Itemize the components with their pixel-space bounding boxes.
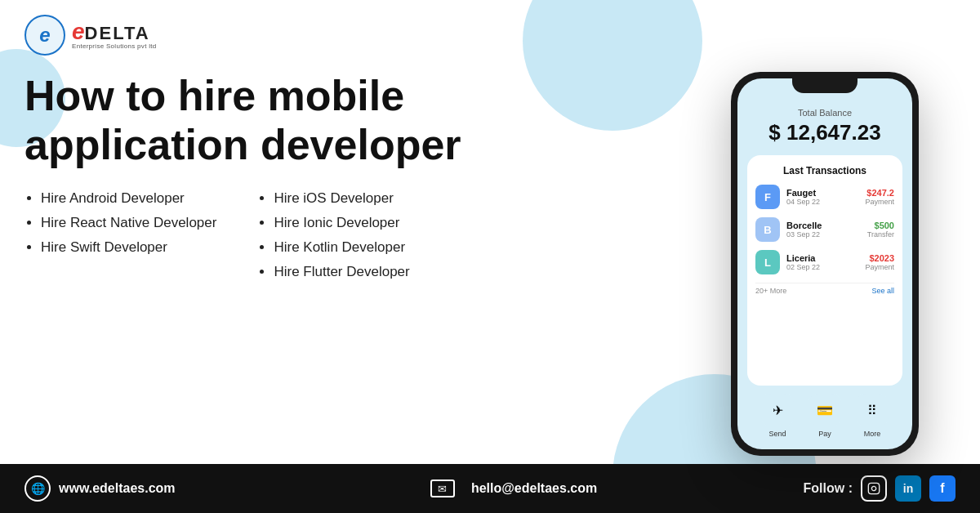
transaction-avatar-b: B — [755, 217, 780, 242]
see-all-link[interactable]: See all — [871, 287, 894, 295]
balance-label: Total Balance — [747, 108, 902, 118]
transaction-item: L Liceria 02 Sep 22 $2023 Payment — [755, 250, 894, 274]
transactions-card: Last Transactions F Fauget 04 Sep 22 $24… — [747, 155, 902, 386]
transaction-info: Liceria 02 Sep 22 — [786, 253, 858, 271]
main-title: How to hire mobile application developer — [24, 72, 694, 170]
transaction-avatar-l: L — [755, 250, 780, 274]
content-area: How to hire mobile application developer… — [0, 56, 980, 464]
balance-amount: $ 12,647.23 — [747, 120, 902, 145]
website-url: www.edeltaes.com — [59, 481, 176, 496]
header: e e DELTA Enterprise Solutions pvt ltd — [0, 0, 980, 56]
instagram-icon[interactable] — [861, 475, 887, 502]
transaction-name: Borcelle — [786, 221, 861, 230]
transaction-amount: $500 — [867, 221, 894, 230]
transaction-amount: $2023 — [865, 253, 894, 263]
linkedin-icon[interactable]: in — [895, 475, 921, 502]
transaction-amount: $247.2 — [865, 188, 894, 198]
transaction-type: Payment — [865, 263, 894, 271]
phone-screen: Total Balance $ 12,647.23 Last Transacti… — [737, 78, 912, 449]
email-address: hello@edeltaes.com — [471, 481, 597, 496]
send-icon: ✈ — [761, 394, 794, 426]
logo-subtitle: Enterprise Solutions pvt ltd — [72, 43, 157, 50]
bullet-item: Hire Flutter Developer — [274, 264, 409, 280]
transaction-info: Fauget 04 Sep 22 — [786, 188, 858, 206]
more-icon: ⠿ — [856, 394, 889, 426]
transaction-amount-col: $500 Transfer — [867, 221, 894, 239]
email-icon: ✉ — [430, 480, 455, 497]
transaction-info: Borcelle 03 Sep 22 — [786, 221, 861, 239]
more-label: More — [864, 430, 881, 438]
pay-button[interactable]: 💳 Pay — [808, 394, 841, 438]
transaction-item: B Borcelle 03 Sep 22 $500 Transfer — [755, 217, 894, 242]
pay-icon: 💳 — [808, 394, 841, 426]
facebook-icon[interactable]: f — [929, 475, 956, 502]
bullet-list-right: Hire iOS Developer Hire Ionic Developer … — [257, 190, 409, 288]
logo-e-text: e — [72, 20, 85, 43]
bullet-item: Hire Kotlin Developer — [274, 239, 409, 256]
left-section: How to hire mobile application developer… — [24, 64, 694, 464]
bullet-item: Hire Swift Developer — [41, 239, 216, 256]
transaction-type: Transfer — [867, 230, 894, 239]
more-button[interactable]: ⠿ More — [856, 394, 889, 438]
svg-rect-0 — [868, 483, 879, 493]
transaction-date: 02 Sep 22 — [786, 263, 858, 271]
bullet-item: Hire React Native Developer — [41, 215, 216, 231]
logo-e-letter: e — [39, 24, 50, 47]
transaction-name: Fauget — [786, 188, 858, 198]
website-item: 🌐 www.edeltaes.com — [24, 475, 176, 502]
send-button[interactable]: ✈ Send — [761, 394, 794, 438]
follow-section: Follow : in f — [804, 475, 956, 502]
phone-notch — [792, 78, 858, 93]
phone-outer: Total Balance $ 12,647.23 Last Transacti… — [731, 72, 919, 456]
pay-label: Pay — [818, 430, 831, 438]
transaction-amount-col: $247.2 Payment — [865, 188, 894, 206]
transactions-footer: 20+ More See all — [755, 283, 894, 295]
transaction-name: Liceria — [786, 253, 858, 263]
transaction-date: 03 Sep 22 — [786, 230, 861, 239]
transaction-type: Payment — [865, 198, 894, 206]
action-bar: ✈ Send 💳 Pay ⠿ More — [747, 386, 902, 443]
phone-content: Total Balance $ 12,647.23 Last Transacti… — [737, 93, 912, 449]
phone-mockup-section: Total Balance $ 12,647.23 Last Transacti… — [694, 64, 956, 464]
main-container: e e DELTA Enterprise Solutions pvt ltd H… — [0, 0, 980, 513]
transaction-amount-col: $2023 Payment — [865, 253, 894, 271]
transaction-avatar-f: F — [755, 185, 780, 209]
transactions-title: Last Transactions — [755, 165, 894, 176]
bullet-item: Hire iOS Developer — [274, 190, 409, 207]
email-item: ✉ hello@edeltaes.com — [430, 480, 597, 497]
transaction-item: F Fauget 04 Sep 22 $247.2 Payment — [755, 185, 894, 209]
bullet-item: Hire Android Developer — [41, 190, 216, 207]
send-label: Send — [768, 430, 786, 438]
logo: e e DELTA Enterprise Solutions pvt ltd — [24, 15, 157, 56]
follow-label: Follow : — [804, 481, 853, 496]
balance-section: Total Balance $ 12,647.23 — [747, 101, 902, 155]
bullet-lists: Hire Android Developer Hire React Native… — [24, 190, 694, 288]
globe-icon: 🌐 — [24, 475, 51, 502]
transaction-date: 04 Sep 22 — [786, 198, 858, 206]
footer-bar: 🌐 www.edeltaes.com ✉ hello@edeltaes.com … — [0, 464, 980, 513]
more-link[interactable]: 20+ More — [755, 287, 786, 295]
logo-delta-text: DELTA — [85, 25, 150, 42]
bullet-item: Hire Ionic Developer — [274, 215, 409, 231]
bullet-list-left: Hire Android Developer Hire React Native… — [24, 190, 216, 288]
